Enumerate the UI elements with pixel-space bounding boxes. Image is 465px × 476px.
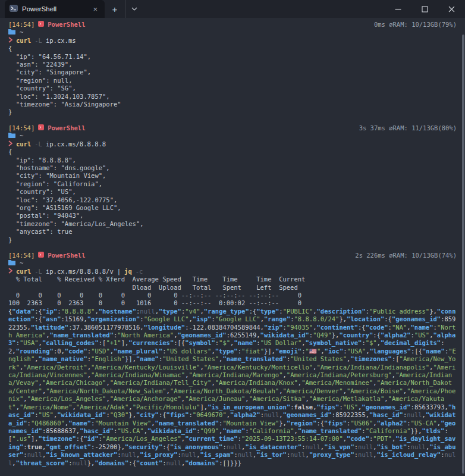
tab-powershell[interactable]: PowerShell ×	[5, 0, 105, 18]
timestamp: [14:54]	[8, 21, 34, 29]
command-url: ip.cx.ms	[46, 37, 76, 45]
command-flag-jq: -c	[136, 268, 143, 275]
prompt-icon	[8, 140, 12, 148]
block-header: [14:54] PowerShell 3s 37ms ⌀RAM: 11/13GB…	[8, 124, 459, 132]
tab-title: PowerShell	[22, 5, 86, 12]
scrollbar-thumb[interactable]	[462, 35, 464, 474]
command-program: curl	[16, 268, 31, 275]
terminal-content: [14:54] PowerShell 0ms ⌀RAM: 10/13GB(79%…	[0, 18, 465, 476]
command-url: ip.cx.ms/8.8.8.8/v	[46, 268, 114, 275]
command-program: curl	[16, 140, 31, 148]
shell-name: PowerShell	[48, 124, 85, 132]
command-line: curl -L ip.cx.ms/8.8.8.8/v | jq -c	[8, 268, 459, 275]
current-directory: ~	[20, 29, 23, 36]
minimize-button[interactable]	[385, 0, 411, 18]
shell-name: PowerShell	[48, 252, 85, 259]
json-output: { "ip": "8.8.8.8", "hostname": "dns.goog…	[8, 148, 459, 244]
command-status: 3s 37ms ⌀RAM: 11/13GB(80%)	[359, 124, 459, 132]
powershell-badge-icon	[38, 252, 44, 259]
timestamp: [14:54]	[8, 252, 34, 259]
current-directory: ~	[20, 132, 23, 140]
titlebar-drag-area[interactable]	[143, 0, 385, 18]
tab-dropdown-button[interactable]	[125, 0, 143, 18]
command-program: curl	[16, 37, 31, 45]
prompt-icon	[8, 268, 12, 275]
command-line: curl -L ip.cx.ms	[8, 37, 459, 45]
powershell-badge-icon	[38, 124, 44, 132]
command-block-2: [14:54] PowerShell 3s 37ms ⌀RAM: 11/13GB…	[8, 124, 459, 244]
command-flag: -L	[34, 268, 42, 275]
jq-json-output: {"data":{"ip":"8.8.8.8","hostname":null,…	[8, 308, 459, 467]
command-line: curl -L ip.cx.ms/8.8.8.8	[8, 140, 459, 148]
prompt-icon	[8, 37, 12, 45]
folder-icon	[8, 132, 15, 140]
tab-close-icon[interactable]: ×	[90, 5, 100, 14]
command-flag: -L	[34, 37, 42, 45]
close-button[interactable]	[438, 0, 465, 18]
shell-name: PowerShell	[48, 21, 85, 29]
command-status: 2s 226ms ⌀RAM: 10/13GB(74%)	[355, 252, 459, 259]
command-flag: -L	[34, 140, 42, 148]
powershell-tab-icon	[10, 4, 18, 14]
command-block-3: [14:54] PowerShell 2s 226ms ⌀RAM: 10/13G…	[8, 252, 459, 467]
block-header: [14:54] PowerShell 0ms ⌀RAM: 10/13GB(79%…	[8, 21, 459, 29]
command-url: ip.cx.ms/8.8.8.8	[46, 140, 106, 148]
pipe-operator: |	[117, 268, 121, 275]
powershell-badge-icon	[38, 21, 44, 29]
timestamp: [14:54]	[8, 124, 34, 132]
path-line: ~	[8, 259, 459, 267]
path-line: ~	[8, 29, 459, 36]
terminal-window: PowerShell × + [14:54] PowerShell	[0, 0, 465, 476]
current-directory: ~	[20, 259, 23, 267]
command-status: 0ms ⌀RAM: 10/13GB(79%)	[374, 21, 459, 29]
json-output: { "ip": "64.56.71.14", "asn": "22439", "…	[8, 45, 459, 117]
command-block-1: [14:54] PowerShell 0ms ⌀RAM: 10/13GB(79%…	[8, 21, 459, 117]
block-header: [14:54] PowerShell 2s 226ms ⌀RAM: 10/13G…	[8, 252, 459, 259]
folder-icon	[8, 259, 15, 267]
new-tab-button[interactable]: +	[105, 0, 125, 18]
path-line: ~	[8, 132, 459, 140]
curl-progress-table: % Total % Received % Xferd Average Speed…	[8, 275, 459, 308]
maximize-button[interactable]	[411, 0, 438, 18]
titlebar: PowerShell × +	[0, 0, 465, 18]
folder-icon	[8, 29, 15, 36]
command-program-jq: jq	[124, 268, 132, 275]
